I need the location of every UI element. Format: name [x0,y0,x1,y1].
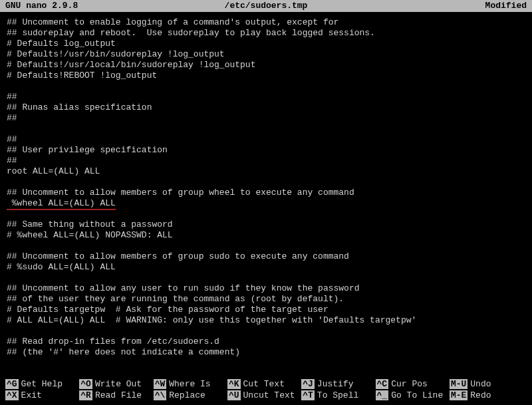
editor-line[interactable] [7,326,525,337]
titlebar: GNU nano 2.9.8 /etc/sudoers.tmp Modified [0,0,532,12]
editor-line[interactable] [7,124,525,134]
shortcut-item[interactable]: ^XExit [5,390,79,400]
shortcut-key: ^R [79,390,92,400]
shortcut-label: Get Help [21,379,63,389]
shortcut-label: Undo [470,379,491,389]
editor-line[interactable]: ## sudoreplay and reboot. Use sudoreplay… [7,28,525,39]
shortcut-bar: ^GGet Help^OWrite Out^WWhere Is^KCut Tex… [0,378,532,401]
editor-line[interactable]: ## [7,134,525,145]
shortcut-label: Where Is [169,379,210,389]
shortcut-item[interactable]: ^CCur Pos [376,379,450,389]
shortcut-item[interactable]: M-UUndo [450,379,512,389]
shortcut-label: Cur Pos [391,379,428,389]
shortcut-item[interactable]: ^TTo Spell [301,390,375,400]
shortcut-key: ^O [79,379,92,389]
shortcut-label: Cut Text [243,379,285,389]
shortcut-key: ^G [5,379,19,389]
shortcut-item[interactable]: ^WWhere Is [154,379,227,389]
shortcut-key: M-E [450,390,467,400]
shortcut-label: To Spell [317,390,358,400]
shortcut-key: ^W [154,379,167,389]
shortcut-label: Uncut Text [243,390,295,400]
shortcut-item[interactable]: M-ERedo [450,390,512,400]
editor-line[interactable]: # %sudo ALL=(ALL) ALL [7,262,525,273]
shortcut-label: Replace [169,390,205,400]
editor-line[interactable]: ## of the user they are running the comm… [7,294,525,305]
editor-line[interactable]: ## Uncomment to allow members of group w… [7,188,525,198]
shortcut-key: ^_ [376,390,389,400]
editor-line[interactable] [7,209,525,219]
editor-line[interactable]: # Defaults log_output [7,39,525,49]
shortcut-key: ^U [227,390,241,400]
shortcut-key: ^C [376,379,389,389]
shortcut-key: ^K [227,379,241,389]
editor-line[interactable]: ## Runas alias specification [7,102,525,113]
shortcut-label: Write Out [95,379,142,389]
editor-line[interactable]: # Defaults targetpw # Ask for the passwo… [7,305,525,315]
shortcut-key: ^J [301,379,315,389]
editor-content[interactable]: ## Uncomment to enable logging of a comm… [0,12,532,363]
editor-line[interactable]: # Defaults!REBOOT !log_output [7,70,525,81]
shortcut-label: Read File [95,390,142,400]
shortcut-item[interactable]: ^RRead File [79,390,153,400]
editor-line[interactable] [7,241,525,251]
editor-line[interactable]: # Defaults!/usr/local/bin/sudoreplay !lo… [7,60,525,70]
editor-line[interactable]: %wheel ALL=(ALL) ALL [7,198,525,209]
shortcut-key: ^T [301,390,315,400]
shortcut-key: ^X [5,390,19,400]
editor-line[interactable]: ## [7,92,525,102]
editor-line[interactable]: ## Uncomment to allow members of group s… [7,251,525,262]
editor-line[interactable]: ## Uncomment to allow any user to run su… [7,283,525,294]
editor-line[interactable]: # Defaults!/usr/bin/sudoreplay !log_outp… [7,49,525,60]
file-path: /etc/sudoers.tmp [225,1,308,11]
shortcut-item[interactable]: ^GGet Help [5,379,79,389]
editor-line[interactable]: ## [7,113,525,124]
shortcut-label: Redo [470,390,491,400]
shortcut-item[interactable]: ^JJustify [301,379,375,389]
editor-line[interactable] [7,81,525,92]
editor-line[interactable] [7,273,525,283]
shortcut-label: Go To Line [391,390,443,400]
editor-line[interactable]: # %wheel ALL=(ALL) NOPASSWD: ALL [7,230,525,241]
shortcut-item[interactable]: ^UUncut Text [227,390,301,400]
editor-line[interactable]: ## Read drop-in files from /etc/sudoers.… [7,337,525,347]
editor-line[interactable]: ## Uncomment to enable logging of a comm… [7,17,525,28]
editor-line[interactable]: root ALL=(ALL) ALL [7,166,525,177]
shortcut-key: M-U [450,379,467,389]
editor-line[interactable]: ## User privilege specification [7,145,525,156]
shortcut-item[interactable]: ^\Replace [154,390,227,400]
editor-line[interactable]: ## [7,156,525,166]
shortcut-item[interactable]: ^OWrite Out [79,379,153,389]
editor-line[interactable]: ## Same thing without a password [7,219,525,230]
editor-line[interactable]: ## (the '#' here does not indicate a com… [7,347,525,358]
shortcut-label: Exit [21,390,42,400]
editor-line[interactable] [7,177,525,188]
editor-line[interactable]: # ALL ALL=(ALL) ALL # WARNING: only use … [7,315,525,326]
app-name: GNU nano 2.9.8 [5,1,78,11]
shortcut-label: Justify [317,379,354,389]
shortcut-item[interactable]: ^KCut Text [227,379,301,389]
modified-status: Modified [485,1,527,11]
shortcut-item[interactable]: ^_Go To Line [376,390,450,400]
shortcut-key: ^\ [154,390,167,400]
